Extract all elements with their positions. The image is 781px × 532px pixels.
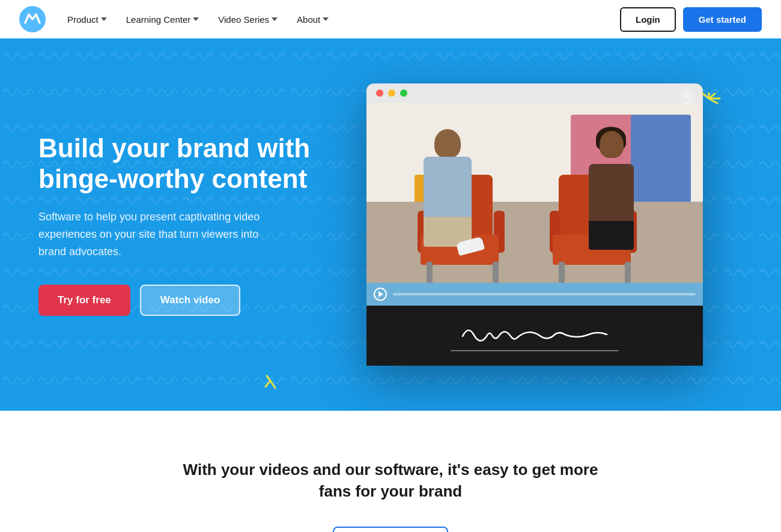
- try-for-free-button[interactable]: Try for free: [38, 285, 130, 316]
- video-progress-bar[interactable]: [393, 293, 696, 295]
- signature-area: [366, 306, 703, 366]
- hero-visual: ×: [327, 83, 743, 366]
- get-started-button[interactable]: Get started: [683, 7, 762, 32]
- nav-item-video-series[interactable]: Video Series: [211, 10, 285, 29]
- svg-line-8: [270, 381, 275, 388]
- sparkle-top-right-icon: [691, 92, 727, 128]
- hero-subtitle: Software to help you present captivating…: [38, 208, 267, 260]
- nav-actions: Login Get started: [620, 7, 762, 32]
- person-right: [589, 164, 634, 250]
- person-left: [424, 157, 472, 247]
- browser-mockup: ×: [366, 83, 703, 366]
- signature-graphic: [457, 315, 613, 345]
- navigation: Product Learning Center Video Series Abo…: [0, 0, 781, 38]
- svg-line-6: [266, 381, 270, 387]
- browser-fullscreen-dot: [400, 89, 407, 97]
- chevron-down-icon: [193, 17, 199, 21]
- nav-item-about[interactable]: About: [290, 10, 336, 29]
- browser-close-dot: [376, 89, 383, 97]
- logo-icon[interactable]: [19, 6, 46, 32]
- video-area: [366, 103, 703, 306]
- chevron-down-icon: [323, 17, 329, 21]
- play-button[interactable]: [374, 288, 387, 301]
- chevron-down-icon: [101, 17, 107, 21]
- browser-minimize-dot: [388, 89, 395, 97]
- lower-title: With your videos and our software, it's …: [180, 459, 601, 503]
- hero-content: Build your brand with binge-worthy conte…: [38, 133, 327, 316]
- nav-links: Product Learning Center Video Series Abo…: [60, 10, 620, 29]
- play-icon: [378, 291, 383, 297]
- login-button[interactable]: Login: [620, 7, 676, 32]
- video-controls: [366, 283, 703, 306]
- hero-buttons: Try for free Watch video: [38, 285, 327, 316]
- learn-more-button[interactable]: Learn more: [333, 527, 449, 532]
- browser-title-bar: ×: [366, 83, 703, 103]
- hero-section: Build your brand with binge-worthy conte…: [0, 38, 781, 411]
- nav-item-product[interactable]: Product: [60, 10, 114, 29]
- chevron-down-icon: [272, 17, 278, 21]
- lower-section: With your videos and our software, it's …: [0, 411, 781, 532]
- nav-item-learning-center[interactable]: Learning Center: [119, 10, 207, 29]
- video-frame: [366, 103, 703, 283]
- sparkle-bottom-left-icon: [264, 363, 294, 393]
- watch-video-button[interactable]: Watch video: [140, 285, 241, 316]
- signature-underline: [451, 350, 619, 351]
- hero-title: Build your brand with binge-worthy conte…: [38, 133, 327, 194]
